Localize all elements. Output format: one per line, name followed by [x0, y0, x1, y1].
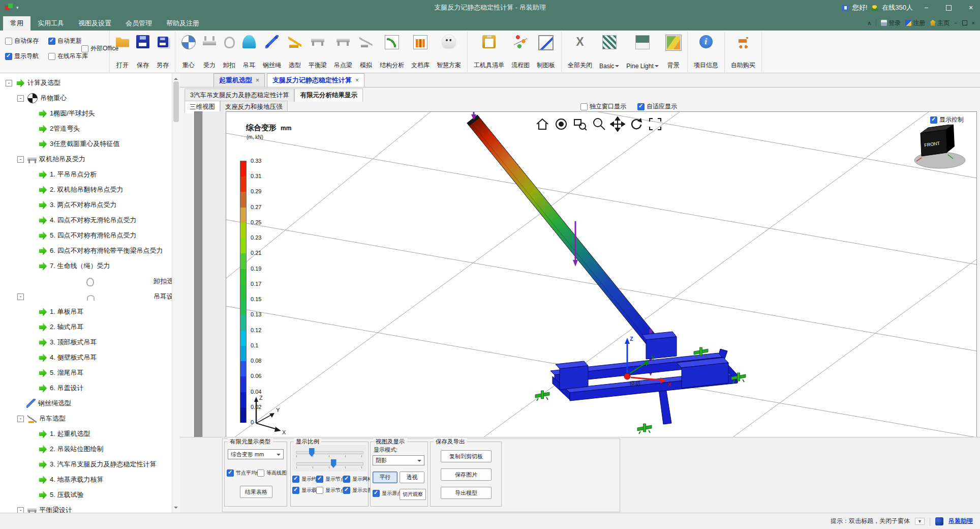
- fit-view-icon[interactable]: [648, 116, 663, 132]
- display-mode-select[interactable]: 阴影: [373, 455, 424, 465]
- tree-item-3[interactable]: 2管道弯头: [0, 121, 180, 136]
- ribbon-button-centroid[interactable]: 重心: [178, 32, 199, 72]
- ribbon-button-saveas[interactable]: 另存: [153, 32, 172, 72]
- home-link[interactable]: 主页: [930, 19, 950, 27]
- collapsed-side-strip[interactable]: [202, 111, 226, 437]
- login-link[interactable]: 登录: [881, 19, 901, 27]
- tree-item-4[interactable]: 3任意截面重心及特征值: [0, 136, 180, 152]
- ribbon-button-cart[interactable]: 自助购买: [727, 32, 759, 72]
- ribbon-button-shackle[interactable]: 卸扣: [220, 32, 239, 72]
- ribbon-button-checklist[interactable]: 工机具清单: [470, 32, 508, 72]
- ribbon-button-lug[interactable]: 吊耳: [239, 32, 259, 72]
- register-link[interactable]: 注册: [905, 19, 925, 27]
- close-tab-icon[interactable]: ×: [256, 77, 259, 84]
- ribbon-button-basic[interactable]: Basic: [596, 32, 623, 72]
- ribbon-tab-3[interactable]: 会员管理: [118, 16, 159, 31]
- tree-item-14[interactable]: -吊耳设计: [0, 289, 180, 304]
- ribbon-button-simulate[interactable]: 模拟: [356, 32, 376, 72]
- pan-icon[interactable]: [610, 116, 625, 132]
- viewport-canvas[interactable]: Z X Y (0,0) Z X Y: [226, 111, 977, 438]
- tree-item-17[interactable]: 3. 顶部板式吊耳: [0, 335, 180, 350]
- expander-icon[interactable]: -: [17, 156, 24, 163]
- minimize-button[interactable]: −: [917, 0, 935, 15]
- scale-checkbox-2[interactable]: 显示网格: [343, 476, 373, 483]
- tree-item-15[interactable]: 1. 单板吊耳: [0, 304, 180, 319]
- tree-item-28[interactable]: -平衡梁设计: [0, 503, 180, 513]
- tree-item-11[interactable]: 6. 四点不对称有滑轮带平衡梁吊点受力: [0, 243, 180, 258]
- expander-icon[interactable]: -: [6, 80, 12, 86]
- show-origin-checkbox[interactable]: 显示原点: [373, 490, 402, 497]
- view-cube[interactable]: FRONT: [914, 124, 965, 168]
- expander-icon[interactable]: -: [17, 293, 24, 300]
- ribbon-button-rope[interactable]: 钢丝绳: [259, 32, 285, 72]
- tree-item-25[interactable]: 3. 汽车吊支腿反力及静态稳定性计算: [0, 457, 180, 472]
- tree-item-20[interactable]: 6. 吊盖设计: [0, 380, 180, 396]
- home-icon[interactable]: [535, 116, 550, 132]
- fem-checkbox-1[interactable]: 等高线图: [257, 469, 287, 477]
- display-control-checkbox[interactable]: 显示控制: [929, 115, 965, 125]
- tree-item-13[interactable]: 卸扣选型: [0, 274, 180, 289]
- scale-checkbox-5[interactable]: 显示云图: [343, 487, 373, 494]
- ribbon-option-checkbox-1[interactable]: 自动更新: [48, 37, 82, 45]
- tree-item-27[interactable]: 5. 压载试验: [0, 487, 180, 503]
- tree-item-19[interactable]: 5. 溜尾吊耳: [0, 365, 180, 380]
- ribbon-option-checkbox-4[interactable]: 在线吊车库: [48, 52, 88, 61]
- ribbon-option-checkbox-3[interactable]: 显示导航: [5, 52, 39, 61]
- parallel-button[interactable]: 平行: [373, 472, 397, 483]
- tree-item-23[interactable]: 1. 起重机选型: [0, 426, 180, 442]
- export-button-1[interactable]: 保存图片: [441, 468, 492, 481]
- mini-minimize-button[interactable]: −: [954, 20, 957, 26]
- ribbon-button-flowchart[interactable]: 流程图: [508, 32, 533, 72]
- view-option-checkbox-0[interactable]: 独立窗口显示: [580, 102, 626, 111]
- scale-slider-2[interactable]: [296, 462, 363, 465]
- tree-item-6[interactable]: 1. 平吊吊点分析: [0, 167, 180, 182]
- perspective-button[interactable]: 透视: [400, 472, 424, 483]
- ribbon-button-doclib[interactable]: 文档库: [408, 32, 433, 72]
- ribbon-button-smart[interactable]: 智慧方案: [433, 32, 465, 72]
- mini-close-button[interactable]: ×: [972, 20, 975, 26]
- tree-item-22[interactable]: -吊车选型: [0, 411, 180, 426]
- scale-checkbox-1[interactable]: 显示节点: [316, 476, 346, 483]
- close-tab-icon[interactable]: ×: [355, 77, 359, 84]
- ribbon-tab-2[interactable]: 视图及设置: [71, 16, 118, 31]
- tree-item-16[interactable]: 2. 轴式吊耳: [0, 319, 180, 335]
- ribbon-tab-1[interactable]: 实用工具: [30, 16, 71, 31]
- ribbon-button-bgimage[interactable]: 背景: [662, 32, 685, 72]
- zoom-icon[interactable]: [591, 116, 606, 132]
- view-option-checkbox-1[interactable]: 自适应显示: [637, 102, 677, 111]
- status-dropdown-icon[interactable]: ▼: [915, 518, 925, 525]
- result-tab-1[interactable]: 有限元分析结果显示: [294, 89, 363, 102]
- ribbon-button-open[interactable]: 打开: [112, 32, 133, 72]
- ribbon-button-crane[interactable]: 选型: [285, 32, 305, 72]
- tree-scrollbar[interactable]: [172, 73, 180, 513]
- ribbon-tab-0[interactable]: 常用: [3, 16, 30, 31]
- ribbon-button-spreader[interactable]: 平衡梁: [305, 32, 330, 72]
- ribbon-button-pinelight[interactable]: Pine Light: [623, 32, 662, 72]
- zoom-window-icon[interactable]: [572, 116, 588, 132]
- collapse-ribbon-icon[interactable]: ∧: [867, 20, 871, 26]
- expander-icon[interactable]: -: [17, 416, 24, 422]
- document-tab-0[interactable]: 起重机选型×: [213, 73, 265, 87]
- ribbon-button-pointbeam[interactable]: 吊点梁: [330, 32, 356, 72]
- tree-item-7[interactable]: 2. 双机抬吊翻转吊点受力: [0, 182, 180, 197]
- app-icon[interactable]: [5, 4, 13, 12]
- result-tab-0[interactable]: 3汽车吊支腿反力及静态稳定性计算: [185, 89, 294, 102]
- tree-item-2[interactable]: 1椭圆/半球封头: [0, 106, 180, 121]
- ribbon-button-closeall[interactable]: X全部关闭: [564, 32, 596, 72]
- brand-link[interactable]: 吊装助理: [948, 517, 973, 525]
- tree-scrollbar-thumb[interactable]: [173, 81, 179, 122]
- result-table-button[interactable]: 结果表格: [240, 486, 272, 498]
- scroll-up-icon[interactable]: [174, 76, 178, 80]
- slice-view-button[interactable]: 切片观察: [400, 489, 426, 500]
- tree-item-8[interactable]: 3. 两点不对称吊点受力: [0, 197, 180, 213]
- tree-item-12[interactable]: 7. 生命线（绳）受力: [0, 258, 180, 274]
- ribbon-tab-4[interactable]: 帮助及注册: [159, 16, 206, 31]
- tree-item-5[interactable]: -双机抬吊及受力: [0, 152, 180, 167]
- rotate-icon[interactable]: [629, 116, 644, 132]
- mini-restore-button[interactable]: [962, 20, 967, 25]
- tree-item-0[interactable]: -计算及选型: [0, 75, 180, 91]
- close-button[interactable]: ×: [962, 0, 980, 15]
- export-button-2[interactable]: 导出模型: [441, 487, 492, 499]
- maximize-button[interactable]: [939, 0, 958, 15]
- tree-item-18[interactable]: 4. 侧壁板式吊耳: [0, 350, 180, 365]
